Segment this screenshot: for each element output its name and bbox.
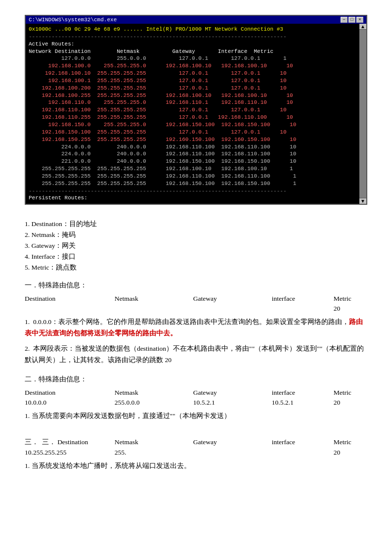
titlebar-buttons: − □ ×: [341, 17, 363, 23]
cmd-separator-1: ----------------------------------------…: [29, 33, 356, 41]
cmd-window: C:\WINDOWS\system32\cmd.exe − □ × 0x1000…: [25, 15, 367, 205]
route-row-11: 192.168.150.255 255.255.255.255 192.160.…: [29, 136, 356, 143]
scroll-track: [359, 30, 366, 198]
col-header-iface: interface: [272, 294, 334, 304]
s3-gw: [193, 448, 272, 458]
route-row-5: 192.168.100.255 255.255.255.255 192.168.…: [29, 92, 356, 99]
cmd-separator-2: ----------------------------------------…: [29, 187, 356, 195]
s3-col-metric: Metric: [334, 437, 367, 448]
list-num-3: 3.: [25, 242, 32, 249]
s2-iface: 10.5.2.1: [272, 398, 334, 408]
col-header-metric: Metric: [334, 294, 367, 304]
route-row-4: 192.168.100.200 255.255.255.255 127.0.0.…: [29, 85, 356, 92]
scrollbar[interactable]: ▲ ▼: [359, 24, 366, 204]
section3: 三． 三． Destination Netmask Gateway interf…: [25, 437, 367, 472]
close-button[interactable]: ×: [356, 17, 363, 23]
route-row-2: 192.168.100.10 255.255.255.255 127.0.0.1…: [29, 70, 356, 77]
list-item-2: 2. Netmask：掩码: [25, 231, 367, 239]
s2-gw: 10.5.2.1: [193, 398, 272, 408]
section1-table-header: Destination Netmask Gateway interface Me…: [25, 294, 367, 304]
route-row-8: 192.168.110.255 255.255.255.255 127.0.0.…: [29, 114, 356, 121]
s2-col-dest: Destination: [25, 388, 115, 398]
section2-title: 二．特殊路由信息：: [25, 375, 367, 384]
route-row-0: 127.0.0.0 255.0.0.0 127.0.0.1 127.0.0.1 …: [29, 55, 356, 62]
list-text-2: Netmask：掩码: [32, 231, 76, 238]
section3-table-row: 10.255.255.255 255. 20: [25, 448, 367, 458]
scroll-down-btn[interactable]: ▼: [359, 198, 366, 204]
list-item-5: 5. Metric：跳点数: [25, 263, 367, 272]
list-num-1: 1.: [25, 220, 32, 228]
route-row-16: 255.255.255.255 255.255.255.255 192.168.…: [29, 173, 356, 180]
maximize-button[interactable]: □: [348, 17, 355, 23]
section3-table-header: 三． 三． Destination Netmask Gateway interf…: [25, 437, 367, 448]
section3-desc1: 1. 当系统发送给本地广播时，系统将从端口发送出去。: [25, 461, 367, 472]
s2-col-net: Netmask: [115, 388, 193, 398]
active-routes-label: Active Routes:: [29, 41, 356, 48]
route-row-17: 255.255.255.255 255.255.255.255 192.168.…: [29, 180, 356, 187]
s3-dest: 10.255.255.255: [25, 448, 115, 458]
section1-red-text: 路由表中无法查询的包都将送到全零网络的路由中去。: [25, 318, 363, 337]
s1-gw: [193, 304, 272, 314]
s3-net: 255.: [115, 448, 193, 458]
s1-iface: [272, 304, 334, 314]
minimize-button[interactable]: −: [341, 17, 348, 23]
route-row-12: 224.0.0.0 240.0.0.0 192.168.110.100 192.…: [29, 143, 356, 151]
section1-table: Destination Netmask Gateway interface Me…: [25, 294, 367, 314]
s3-metric: 20: [334, 448, 367, 458]
list-text-4: Interface：接口: [32, 253, 76, 260]
content-area: 1. Destination：目的地址 2. Netmask：掩码 3. Gat…: [25, 215, 367, 478]
section3-table: 三． 三． Destination Netmask Gateway interf…: [25, 437, 367, 458]
s3-col-gw: Gateway: [193, 437, 272, 448]
col-header-dest: Destination: [25, 294, 115, 304]
s3-title-text: 三． Destination: [42, 438, 88, 446]
s1-net: [115, 304, 193, 314]
list-text-1: Destination：目的地址: [32, 220, 97, 228]
terms-list: 1. Destination：目的地址 2. Netmask：掩码 3. Gat…: [25, 220, 367, 272]
s2-col-metric: Metric: [334, 388, 367, 398]
cmd-title: C:\WINDOWS\system32\cmd.exe: [29, 17, 117, 23]
col-header-gw: Gateway: [193, 294, 272, 304]
section2: 二．特殊路由信息： Destination Netmask Gateway in…: [25, 375, 367, 422]
route-row-7: 192.168.110.100 255.255.255.255 127.0.0.…: [29, 106, 356, 114]
list-item-3: 3. Gateway：网关: [25, 241, 367, 250]
s3-title-cell: 三． 三． Destination: [25, 437, 115, 448]
route-row-14: 221.0.0.0 240.0.0.0 192.168.150.100 192.…: [29, 158, 356, 165]
list-text-3: Gateway：网关: [32, 242, 76, 249]
section1-table-row: 20: [25, 304, 367, 314]
s2-col-gw: Gateway: [193, 388, 272, 398]
list-item-4: 4. Interface：接口: [25, 252, 367, 261]
section1-title: 一．特殊路由信息：: [25, 281, 367, 290]
list-text-5: Metric：跳点数: [32, 264, 77, 271]
section1: 一．特殊路由信息： Destination Netmask Gateway in…: [25, 281, 367, 366]
s2-dest: 10.0.0.0: [25, 398, 115, 408]
section1-desc1: 1. 0.0.0.0：表示整个网络。它的作用是帮助路由器发送路由表中无法查询的包…: [25, 317, 367, 339]
list-num-2: 2.: [25, 231, 32, 238]
s3-col-iface: interface: [272, 437, 334, 448]
section1-desc2: 2. 本网段表示：当被发送的数据包（destination）不在本机路由表中，将…: [25, 343, 367, 366]
list-num-4: 4.: [25, 253, 32, 260]
s2-metric: 20: [334, 398, 367, 408]
route-row-10: 192.168.150.100 255.255.255.255 127.0.0.…: [29, 129, 356, 136]
route-row-15: 255.255.255.255 255.255.255.255 192.168.…: [29, 165, 356, 173]
col-header-net: Netmask: [115, 294, 193, 304]
s3-iface: [272, 448, 334, 458]
route-row-6: 192.168.110.0 255.255.255.0 192.168.110.…: [29, 99, 356, 106]
cmd-body: 0x1000c ...00 0c 29 4e 68 e9 ...... Inte…: [26, 24, 359, 204]
scroll-up-btn[interactable]: ▲: [359, 24, 366, 30]
cmd-titlebar: C:\WINDOWS\system32\cmd.exe − □ ×: [26, 16, 366, 24]
section2-table-header: Destination Netmask Gateway interface Me…: [25, 388, 367, 398]
column-headers: Network Destination Netmask Gateway Inte…: [29, 48, 356, 55]
route-row-13: 224.0.0.0 240.0.0.0 192.168.110.100 192.…: [29, 150, 356, 158]
list-num-5: 5.: [25, 264, 32, 271]
s2-net: 255.0.0.0: [115, 398, 193, 408]
route-row-9: 192.168.150.0 255.255.255.0 192.168.150.…: [29, 121, 356, 129]
s2-col-iface: interface: [272, 388, 334, 398]
section2-table-row: 10.0.0.0 255.0.0.0 10.5.2.1 10.5.2.1 20: [25, 398, 367, 408]
section2-desc1: 1. 当系统需要向本网段发送数据包时，直接通过""（本地网卡发送）: [25, 411, 367, 422]
s1-dest: [25, 304, 115, 314]
s1-metric: 20: [334, 304, 367, 314]
list-item-1: 1. Destination：目的地址: [25, 220, 367, 229]
s3-col-net: Netmask: [115, 437, 193, 448]
persistent-routes-label: Persistent Routes:: [29, 194, 356, 202]
section2-table: Destination Netmask Gateway interface Me…: [25, 388, 367, 408]
